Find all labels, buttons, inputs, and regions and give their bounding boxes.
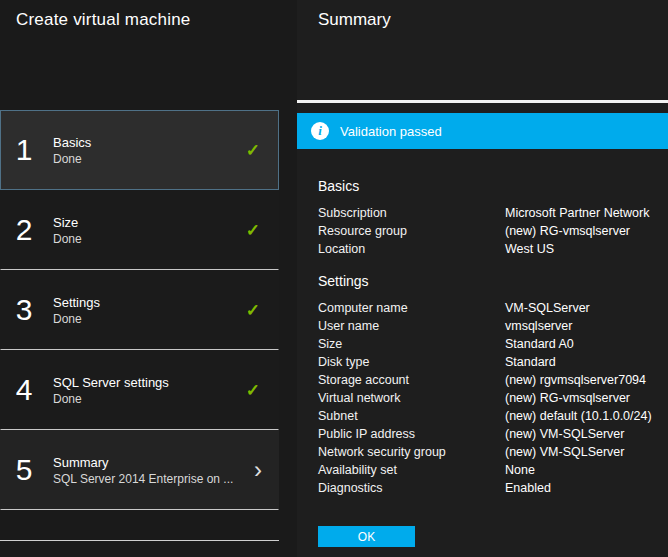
summary-row: User name vmsqlserver [318,317,660,335]
row-value: VM-SQLServer [505,299,660,317]
row-label: Public IP address [318,425,505,443]
row-value: Microsoft Partner Network [505,204,660,222]
summary-row: Virtual network (new) RG-vmsqlserver [318,389,660,407]
row-label: Virtual network [318,389,505,407]
wizard-step-basics[interactable]: 1 Basics Done ✓ [0,110,279,190]
step-sublabel: Done [53,151,235,167]
wizard-steps: 1 Basics Done ✓ 2 Size Done ✓ 3 Settings… [0,110,279,510]
step-sublabel: SQL Server 2014 Enterprise on ... [53,471,235,487]
row-value: vmsqlserver [505,317,660,335]
divider [297,100,668,103]
row-value: (new) RG-vmsqlserver [505,389,660,407]
row-value: (new) default (10.1.0.0/24) [505,407,660,425]
step-label: Settings [53,294,235,311]
row-label: Subnet [318,407,505,425]
wizard-step-summary[interactable]: 5 Summary SQL Server 2014 Enterprise on … [0,430,279,510]
summary-row: Size Standard A0 [318,335,660,353]
validation-banner-text: Validation passed [340,124,442,139]
summary-row: Public IP address (new) VM-SQLServer [318,425,660,443]
info-icon: i [311,122,329,140]
row-value: Enabled [505,479,660,497]
create-vm-blade: Create virtual machine 1 Basics Done ✓ 2… [0,0,297,557]
row-label: Location [318,240,505,258]
step-sublabel: Done [53,311,235,327]
check-icon: ✓ [246,220,260,241]
step-label: Size [53,214,235,231]
row-label: Availability set [318,461,505,479]
summary-row: Disk type Standard [318,353,660,371]
summary-row: Location West US [318,240,660,258]
row-value: (new) VM-SQLServer [505,425,660,443]
section-heading: Basics [318,177,660,195]
step-number: 2 [1,213,47,247]
row-label: Resource group [318,222,505,240]
validation-banner[interactable]: i Validation passed [297,113,668,149]
row-value: Standard A0 [505,335,660,353]
row-value: None [505,461,660,479]
summary-row: Availability set None [318,461,660,479]
row-value: West US [505,240,660,258]
summary-blade: Summary i Validation passed Basics Subsc… [297,0,668,557]
section-heading: Settings [318,272,660,290]
row-value: (new) VM-SQLServer [505,443,660,461]
divider [0,540,279,541]
section-settings: Settings Computer name VM-SQLServer User… [318,272,660,497]
row-label: Subscription [318,204,505,222]
row-value: Standard [505,353,660,371]
row-value: (new) rgvmsqlserver7094 [505,371,660,389]
summary-row: Storage account (new) rgvmsqlserver7094 [318,371,660,389]
row-label: Disk type [318,353,505,371]
ok-button[interactable]: OK [318,526,415,547]
summary-row: Network security group (new) VM-SQLServe… [318,443,660,461]
chevron-right-icon: › [254,458,262,482]
summary-row: Diagnostics Enabled [318,479,660,497]
step-sublabel: Done [53,391,235,407]
check-icon: ✓ [246,380,260,401]
summary-row: Resource group (new) RG-vmsqlserver [318,222,660,240]
step-number: 3 [1,293,47,327]
summary-content: Basics Subscription Microsoft Partner Ne… [318,177,660,497]
step-number: 5 [1,453,47,487]
row-label: Storage account [318,371,505,389]
summary-row: Subnet (new) default (10.1.0.0/24) [318,407,660,425]
row-label: Network security group [318,443,505,461]
row-label: Computer name [318,299,505,317]
step-number: 1 [1,133,47,167]
row-label: User name [318,317,505,335]
step-label: Summary [53,454,235,471]
blade-title: Create virtual machine [16,10,190,30]
summary-row: Subscription Microsoft Partner Network [318,204,660,222]
row-label: Size [318,335,505,353]
row-label: Diagnostics [318,479,505,497]
step-sublabel: Done [53,231,235,247]
summary-row: Computer name VM-SQLServer [318,299,660,317]
step-label: Basics [53,134,235,151]
wizard-step-sql-server-settings[interactable]: 4 SQL Server settings Done ✓ [0,350,279,430]
check-icon: ✓ [246,300,260,321]
summary-title: Summary [318,10,391,30]
wizard-step-size[interactable]: 2 Size Done ✓ [0,190,279,270]
step-number: 4 [1,373,47,407]
wizard-step-settings[interactable]: 3 Settings Done ✓ [0,270,279,350]
check-icon: ✓ [246,140,260,161]
section-basics: Basics Subscription Microsoft Partner Ne… [318,177,660,258]
step-label: SQL Server settings [53,374,235,391]
row-value: (new) RG-vmsqlserver [505,222,660,240]
